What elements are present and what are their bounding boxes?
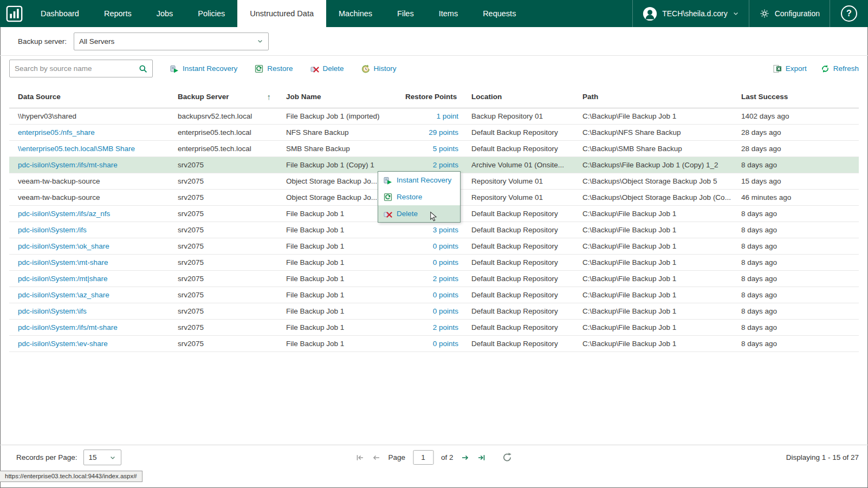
restore-points-link[interactable]: 3 points xyxy=(433,226,458,234)
cell-job-name: SMB Share Backup xyxy=(286,145,405,153)
restore-points-link[interactable]: 5 points xyxy=(433,145,458,153)
restore-points-link[interactable]: 2 points xyxy=(433,275,458,283)
restore-points-link[interactable]: 0 points xyxy=(433,291,458,299)
restore-button[interactable]: Restore xyxy=(255,64,293,73)
data-source-link[interactable]: pdc-isilon\System:\mt-share xyxy=(18,258,108,266)
nav-tab-jobs[interactable]: Jobs xyxy=(144,0,186,27)
next-page-icon[interactable] xyxy=(461,453,470,462)
cell-data-source: pdc-isilon\System:\ev-share xyxy=(18,340,178,348)
data-source-link[interactable]: pdc-isilon\System:\ifs xyxy=(18,307,87,315)
configuration-button[interactable]: Configuration xyxy=(749,0,830,27)
page-label: Page xyxy=(388,453,405,461)
restore-label: Restore xyxy=(267,64,293,73)
table-row[interactable]: \\hyperv03\sharedbackupsrv52.tech.localF… xyxy=(9,108,859,125)
context-menu-restore[interactable]: Restore xyxy=(378,188,460,205)
cell-data-source: pdc-isilon\System:/ifs xyxy=(18,226,178,234)
context-menu-instant-recovery[interactable]: Instant Recovery xyxy=(378,172,460,188)
delete-button[interactable]: Delete xyxy=(310,64,344,73)
table-row[interactable]: enterprise05:/nfs_shareenterprise05.tech… xyxy=(9,125,859,141)
data-source-link[interactable]: pdc-isilon\System:\az_share xyxy=(18,291,109,299)
toolbar: Instant RecoveryRestoreDeleteHistory Exp… xyxy=(0,56,868,81)
table-row[interactable]: pdc-isilon\System:/ifs/mt-sharesrv2075Fi… xyxy=(9,320,859,336)
data-source-link[interactable]: pdc-isilon\System:/ifs/az_nfs xyxy=(18,210,110,218)
table-row[interactable]: pdc-isilon\System:\ifssrv2075File Backup… xyxy=(9,303,859,320)
cell-job-name: File Backup Job 1 xyxy=(286,291,405,299)
nav-tab-reports[interactable]: Reports xyxy=(92,0,144,27)
cell-last-success: 8 days ago xyxy=(741,307,859,315)
cell-backup-server: backupsrv52.tech.local xyxy=(178,112,286,120)
app-logo[interactable] xyxy=(0,0,28,27)
refresh-button[interactable]: Refresh xyxy=(821,64,859,73)
restore-points-link[interactable]: 2 points xyxy=(433,323,458,331)
restore-points-link[interactable]: 0 points xyxy=(433,258,458,266)
cell-backup-server: srv2075 xyxy=(178,258,286,266)
nav-tab-policies[interactable]: Policies xyxy=(185,0,237,27)
cell-job-name: File Backup Job 1 xyxy=(286,340,405,348)
cell-path: C:\Backup\File Backup Job 1 xyxy=(582,112,741,120)
restore-points-link[interactable]: 2 points xyxy=(433,161,458,169)
first-page-icon[interactable] xyxy=(355,453,364,462)
cell-backup-server: srv2075 xyxy=(178,226,286,234)
data-source-link[interactable]: pdc-isilon\System:\ev-share xyxy=(18,340,108,348)
col-backup-server[interactable]: Backup Server ↑ xyxy=(178,93,286,101)
col-restore-points[interactable]: Restore Points xyxy=(405,93,471,101)
col-last-success[interactable]: Last Success xyxy=(741,93,859,101)
nav-right: TECH\sheila.d.cory Configuration ? xyxy=(632,0,868,27)
context-menu-restore-label: Restore xyxy=(397,193,422,201)
table-row[interactable]: pdc-isilon\System:\mt-sharesrv2075File B… xyxy=(9,255,859,271)
table-row[interactable]: pdc-isilon\System:\ev-sharesrv2075File B… xyxy=(9,336,859,352)
col-job-name[interactable]: Job Name xyxy=(286,93,405,101)
data-source-link[interactable]: pdc-isilon\System:/ifs/mt-share xyxy=(18,161,118,169)
page-number-input[interactable] xyxy=(413,450,433,465)
export-button[interactable]: Export xyxy=(773,64,807,73)
restore-points-link[interactable]: 1 point xyxy=(436,112,458,120)
context-menu: Instant RecoveryRestoreDelete xyxy=(378,171,461,223)
search-icon[interactable] xyxy=(139,64,147,73)
table-row[interactable]: pdc-isilon\System:\ok_sharesrv2075File B… xyxy=(9,238,859,255)
cell-data-source: enterprise05:/nfs_share xyxy=(18,128,178,136)
instant-recovery-button[interactable]: Instant Recovery xyxy=(170,64,237,73)
chevron-down-icon xyxy=(257,38,263,44)
nav-tab-unstructured-data[interactable]: Unstructured Data xyxy=(237,0,326,27)
restore-points-link[interactable]: 0 points xyxy=(433,340,458,348)
table-row[interactable]: pdc-isilon\System:/ifssrv2075File Backup… xyxy=(9,222,859,238)
context-menu-delete[interactable]: Delete xyxy=(378,205,460,222)
user-menu[interactable]: TECH\sheila.d.cory xyxy=(633,0,749,27)
footer: Records per Page: 15 Page of 2 Displayin… xyxy=(0,445,868,470)
cell-last-success: 8 days ago xyxy=(741,242,859,250)
last-page-icon[interactable] xyxy=(477,453,486,462)
restore-points-link[interactable]: 0 points xyxy=(433,242,458,250)
table-row[interactable]: pdc-isilon\System:/mt|sharesrv2075File B… xyxy=(9,271,859,287)
records-per-page: Records per Page: 15 xyxy=(16,450,121,465)
cell-restore-points: 2 points xyxy=(405,323,471,331)
data-source-link[interactable]: enterprise05:/nfs_share xyxy=(18,128,95,136)
cell-restore-points: 0 points xyxy=(405,340,471,348)
nav-tab-items[interactable]: Items xyxy=(426,0,470,27)
records-per-page-select[interactable]: 15 xyxy=(83,450,121,465)
restore-points-link[interactable]: 0 points xyxy=(433,307,458,315)
col-location[interactable]: Location xyxy=(471,93,582,101)
nav-tab-dashboard[interactable]: Dashboard xyxy=(28,0,92,27)
col-path[interactable]: Path xyxy=(582,93,741,101)
previous-page-icon[interactable] xyxy=(372,453,380,462)
col-data-source[interactable]: Data Source xyxy=(18,93,178,101)
cell-last-success: 46 minutes ago xyxy=(741,193,859,201)
data-source-link[interactable]: \\enterprise05.tech.local\SMB Share xyxy=(18,145,135,153)
cell-job-name: File Backup Job 1 xyxy=(286,242,405,250)
backup-server-select[interactable]: All Servers xyxy=(74,32,269,50)
history-button[interactable]: History xyxy=(361,64,397,73)
restore-points-link[interactable]: 29 points xyxy=(429,128,458,136)
data-source-link[interactable]: pdc-isilon\System:/ifs xyxy=(18,226,87,234)
data-source-link[interactable]: pdc-isilon\System:/ifs/mt-share xyxy=(18,323,118,331)
search-input[interactable] xyxy=(15,64,139,73)
reload-page-icon[interactable] xyxy=(502,452,513,463)
nav-tab-requests[interactable]: Requests xyxy=(470,0,528,27)
table-row[interactable]: \\enterprise05.tech.local\SMB Shareenter… xyxy=(9,141,859,157)
nav-tab-files[interactable]: Files xyxy=(385,0,426,27)
data-source-link[interactable]: pdc-isilon\System:\ok_share xyxy=(18,242,109,250)
table-row[interactable]: pdc-isilon\System:\az_sharesrv2075File B… xyxy=(9,287,859,303)
cell-backup-server: enterprise05.tech.local xyxy=(178,128,286,136)
nav-tab-machines[interactable]: Machines xyxy=(326,0,385,27)
data-source-link[interactable]: pdc-isilon\System:/mt|share xyxy=(18,275,108,283)
help-button[interactable]: ? xyxy=(830,0,868,27)
